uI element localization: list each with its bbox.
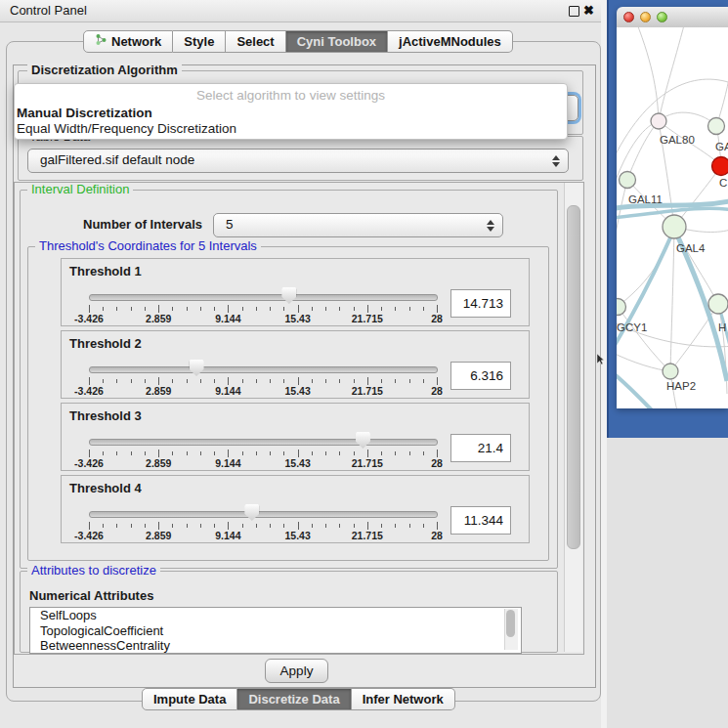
top-tab-bar: NetworkStyleSelectCyni ToolboxjActiveMNo… bbox=[83, 30, 513, 53]
numerical-attributes-list: SelfLoopsTopologicalCoefficientBetweenne… bbox=[29, 607, 522, 654]
slider-track[interactable] bbox=[89, 439, 438, 446]
slider-track[interactable] bbox=[89, 511, 438, 518]
tab-label: Cyni Toolbox bbox=[297, 31, 376, 52]
scale-tick-label: 21.715 bbox=[352, 313, 383, 324]
slider-scale-labels: -3.4262.8599.14415.4321.71528 bbox=[89, 457, 437, 469]
bottom-tab-bar: Impute DataDiscretize DataInfer Network bbox=[142, 688, 455, 710]
table-data-combobox[interactable]: galFiltered.sif default node bbox=[27, 149, 569, 173]
panel-title: Control Panel bbox=[10, 0, 87, 21]
dropdown-item-manual[interactable]: Manual Discretization bbox=[15, 106, 567, 121]
threshold-label: Threshold 4 bbox=[69, 481, 142, 495]
bottom-tab-discretize-data[interactable]: Discretize Data bbox=[237, 688, 351, 710]
tab-cyni-toolbox[interactable]: Cyni Toolbox bbox=[286, 30, 388, 53]
scale-tick-label: 2.859 bbox=[146, 457, 171, 469]
vertical-scrollbar-thumb[interactable] bbox=[567, 205, 580, 549]
slider-thumb[interactable] bbox=[190, 360, 204, 376]
node-label: H bbox=[718, 321, 726, 333]
slider-thumb[interactable] bbox=[281, 287, 296, 304]
threshold-value-field[interactable] bbox=[450, 506, 511, 535]
scale-tick-label: 9.144 bbox=[215, 530, 240, 541]
network-node-ga[interactable] bbox=[708, 118, 725, 135]
threshold-label: Threshold 2 bbox=[69, 336, 142, 351]
threshold-value-field[interactable] bbox=[450, 434, 511, 462]
minimize-traffic-light-icon[interactable] bbox=[640, 12, 651, 22]
attributes-group-title: Attributes to discretize bbox=[27, 564, 160, 578]
network-node-gal4[interactable] bbox=[663, 215, 686, 238]
network-node-c[interactable] bbox=[712, 157, 728, 176]
list-scrollbar-thumb[interactable] bbox=[506, 610, 515, 637]
tab-label: Network bbox=[111, 31, 161, 52]
scale-tick-label: 9.144 bbox=[215, 385, 240, 397]
network-node-gal80[interactable] bbox=[651, 113, 666, 129]
float-window-icon[interactable] bbox=[569, 6, 579, 17]
threshold-row: Threshold 1 -3.4262.8599.14415.4321.7152… bbox=[61, 258, 530, 326]
tab-select[interactable]: Select bbox=[226, 30, 285, 53]
slider-track[interactable] bbox=[89, 366, 438, 373]
tab-label: Select bbox=[236, 31, 274, 52]
close-icon[interactable]: ✖ bbox=[583, 1, 594, 21]
scale-tick-label: -3.426 bbox=[74, 457, 104, 469]
threshold-value-field[interactable] bbox=[450, 362, 511, 390]
tab-label: Discretize Data bbox=[248, 689, 339, 709]
dropdown-item-equal-width[interactable]: Equal Width/Frequency Discretization bbox=[15, 121, 567, 137]
slider-scale-labels: -3.4262.8599.14415.4321.71528 bbox=[89, 385, 437, 397]
scale-tick-label: 2.859 bbox=[146, 530, 171, 541]
network-icon bbox=[95, 31, 107, 52]
thresholds-group-title: Threshold's Coordinates for 5 Intervals bbox=[35, 239, 261, 253]
node-label: GAL80 bbox=[660, 134, 695, 146]
close-traffic-light-icon[interactable] bbox=[623, 12, 634, 22]
table-panel-region: Table Panel ✓ ✓ shared...na YDL19...YDL1… bbox=[607, 438, 728, 728]
scale-tick-label: -3.426 bbox=[74, 530, 104, 541]
scale-tick-label: 15.43 bbox=[284, 530, 310, 541]
attribute-list-item[interactable]: SelfLoops bbox=[30, 608, 521, 623]
node-label: GCY1 bbox=[617, 321, 647, 333]
network-node-hap2[interactable] bbox=[663, 364, 678, 379]
scale-tick-label: 15.43 bbox=[284, 385, 310, 397]
zoom-traffic-light-icon[interactable] bbox=[657, 12, 667, 22]
attribute-list-item[interactable]: BetweennessCentrality bbox=[30, 638, 521, 654]
network-window: GAL80GACGAL11GAL4GCY1HHAP2 bbox=[617, 7, 728, 408]
algorithm-group-title: Discretization Algorithm bbox=[27, 64, 182, 77]
bottom-tab-impute-data[interactable]: Impute Data bbox=[142, 688, 237, 710]
control-panel: Control Panel ✖ NetworkStyleSelectCyni T… bbox=[0, 0, 607, 728]
slider-thumb[interactable] bbox=[356, 432, 370, 449]
number-of-intervals-combobox[interactable]: 5 bbox=[213, 213, 503, 237]
number-of-intervals-label: Number of Intervals bbox=[83, 217, 202, 232]
node-label: GA bbox=[715, 141, 728, 152]
threshold-row: Threshold 2 -3.4262.8599.14415.4321.7152… bbox=[61, 330, 530, 399]
apply-button[interactable]: Apply bbox=[265, 659, 328, 683]
network-node-h[interactable] bbox=[708, 294, 728, 314]
table-data-value: galFiltered.sif default node bbox=[40, 150, 194, 171]
tab-label: Style bbox=[184, 31, 214, 52]
interval-definition-title: Interval Definition bbox=[27, 183, 133, 196]
slider-thumb[interactable] bbox=[244, 504, 259, 521]
network-canvas[interactable]: GAL80GACGAL11GAL4GCY1HHAP2 bbox=[617, 27, 728, 408]
network-window-titlebar[interactable] bbox=[617, 7, 728, 28]
scale-tick-label: 28 bbox=[431, 457, 443, 469]
network-node-gal11[interactable] bbox=[620, 172, 636, 189]
threshold-value-field[interactable] bbox=[450, 289, 511, 318]
tab-label: jActiveMNodules bbox=[399, 31, 501, 52]
bottom-tab-infer-network[interactable]: Infer Network bbox=[352, 688, 455, 710]
slider-track[interactable] bbox=[89, 294, 438, 301]
scale-tick-label: 28 bbox=[431, 530, 443, 541]
scale-tick-label: 28 bbox=[431, 313, 443, 324]
node-label: C bbox=[719, 177, 727, 189]
control-panel-titlebar: Control Panel bbox=[0, 0, 607, 22]
slider-scale-labels: -3.4262.8599.14415.4321.71528 bbox=[89, 313, 437, 324]
node-label: HAP2 bbox=[666, 380, 696, 392]
scale-tick-label: 21.715 bbox=[352, 385, 383, 397]
node-label: GAL11 bbox=[628, 193, 663, 205]
scale-tick-label: 15.43 bbox=[284, 313, 310, 324]
tab-network[interactable]: Network bbox=[83, 30, 173, 53]
scale-tick-label: -3.426 bbox=[74, 313, 104, 324]
algorithm-dropdown-popup: Select algorithm to view settings Manual… bbox=[14, 83, 568, 140]
tab-label: Infer Network bbox=[363, 689, 444, 709]
scale-tick-label: -3.426 bbox=[74, 385, 104, 397]
scale-tick-label: 2.859 bbox=[146, 385, 171, 397]
combo-stepper-icon bbox=[552, 155, 560, 167]
attribute-list-item[interactable]: TopologicalCoefficient bbox=[30, 623, 521, 639]
tab-jactivemnodules[interactable]: jActiveMNodules bbox=[388, 30, 513, 53]
tab-style[interactable]: Style bbox=[173, 30, 226, 53]
node-label: GAL4 bbox=[676, 242, 706, 254]
